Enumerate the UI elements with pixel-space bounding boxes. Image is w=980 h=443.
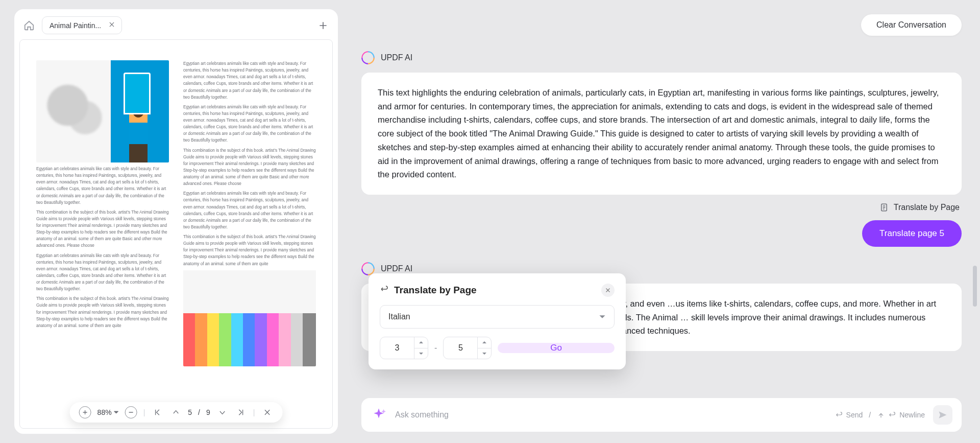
enter-key-icon [888,411,896,419]
clear-conversation-button[interactable]: Clear Conversation [861,14,962,36]
page-from-field[interactable] [380,337,428,359]
send-icon [938,410,948,420]
language-value: Italian [388,312,410,321]
home-button[interactable] [21,18,37,33]
page-paragraph: This combination is the subject of this … [36,295,169,329]
step-down-button[interactable] [414,348,428,359]
tab-bar: Animal Paintin... [14,9,338,34]
scrollbar-thumb[interactable] [973,266,977,307]
file-tab-label: Animal Paintin... [50,21,101,30]
chevron-down-icon [114,410,119,415]
go-button[interactable]: Go [498,343,615,353]
step-down-button[interactable] [478,348,491,359]
sparkle-icon [371,407,387,423]
page-range-row: - Go [380,337,615,359]
first-page-button[interactable] [151,406,163,418]
page-viewport[interactable]: Egyptian art celebrates animals like cat… [14,34,338,434]
page-paragraph: This combination is the subject of this … [183,234,316,267]
last-page-button[interactable] [235,406,247,418]
close-icon [263,408,271,416]
chevron-up-icon [172,408,180,416]
chevron-first-icon [153,408,161,416]
shift-enter-icon [877,411,885,419]
zoom-out-button[interactable] [125,406,137,418]
page-paragraph: Egyptian art celebrates animals like cat… [183,60,316,101]
page-toolbar: 88% | 5 / 9 | [70,402,283,423]
close-icon [605,287,611,293]
close-tab-button[interactable] [108,21,115,30]
chevron-up-icon [419,340,424,345]
updf-logo-icon [361,51,375,64]
prev-page-button[interactable] [169,406,182,418]
ai-response-text: This text highlights the enduring celebr… [378,88,939,179]
document-icon [879,203,889,212]
document-panel: Animal Paintin... Egyptian art celebrate… [0,0,347,443]
chevron-last-icon [237,408,245,416]
step-up-button[interactable] [478,337,491,348]
close-icon [108,21,115,28]
page-from-input[interactable] [380,337,414,359]
page-separator: / [198,408,200,416]
ai-response-bubble: This text highlights the enduring celebr… [361,73,962,195]
page-column-right: Egyptian art celebrates animals like cat… [183,60,316,387]
translate-page-button[interactable]: Translate page 5 [862,220,962,247]
zoom-in-button[interactable] [79,406,91,418]
minus-icon [127,408,135,416]
page-paragraph: Egyptian art celebrates animals like cat… [183,104,316,144]
chat-panel: Clear Conversation UPDF AI This text hig… [347,0,980,443]
page-current[interactable]: 5 [188,408,192,416]
chat-header: Clear Conversation [361,14,962,36]
chevron-down-icon [419,351,424,356]
page-image-elephant [36,60,169,162]
page-image-pencils [183,270,316,366]
page-paragraph: This combination is the subject of this … [36,209,169,249]
prompt-bar: Ask something Send / Newline [361,398,962,432]
page-paragraph: Egyptian art celebrates animals like cat… [36,166,169,206]
page-column-left: Egyptian art celebrates animals like cat… [36,60,169,387]
ai-sender-label: UPDF AI [361,51,962,64]
prompt-input[interactable]: Ask something [395,410,827,419]
page-to-field[interactable] [443,337,492,359]
page-paragraph: This combination is the subject of this … [183,147,316,188]
page-total: 9 [206,408,210,416]
close-toolbar-button[interactable] [261,406,273,418]
step-up-button[interactable] [414,337,428,348]
translate-by-page-row[interactable]: Translate by Page [361,203,962,212]
chevron-down-icon [482,351,487,356]
next-page-button[interactable] [216,406,229,418]
page-from-stepper[interactable] [414,337,428,359]
page-paragraph: Egyptian art celebrates animals like cat… [183,190,316,230]
home-icon [23,20,35,31]
plus-icon [81,408,89,416]
new-tab-button[interactable] [315,18,331,33]
language-select[interactable]: Italian [380,305,615,329]
chevron-down-icon [218,408,227,416]
prompt-hints: Send / Newline [835,411,925,419]
enter-key-icon [835,411,843,419]
send-button[interactable] [933,405,952,425]
document-page: Egyptian art celebrates animals like cat… [19,39,333,429]
plus-icon [318,20,328,31]
popover-title: Translate by Page [394,285,477,296]
chevron-down-icon [599,313,606,320]
page-paragraph: Egyptian art celebrates animals like cat… [36,252,169,293]
zoom-level[interactable]: 88% [97,408,119,416]
return-icon [380,285,389,296]
document-frame: Animal Paintin... Egyptian art celebrate… [14,9,338,434]
range-dash: - [434,343,437,353]
close-popover-button[interactable] [601,284,615,297]
file-tab[interactable]: Animal Paintin... [42,16,122,34]
page-to-stepper[interactable] [477,337,491,359]
translate-popover: Translate by Page Italian - [369,273,626,369]
chevron-up-icon [482,340,487,345]
second-bubble-area: …uty. For centuries, this has inspired p… [361,284,962,351]
page-to-input[interactable] [444,337,477,359]
